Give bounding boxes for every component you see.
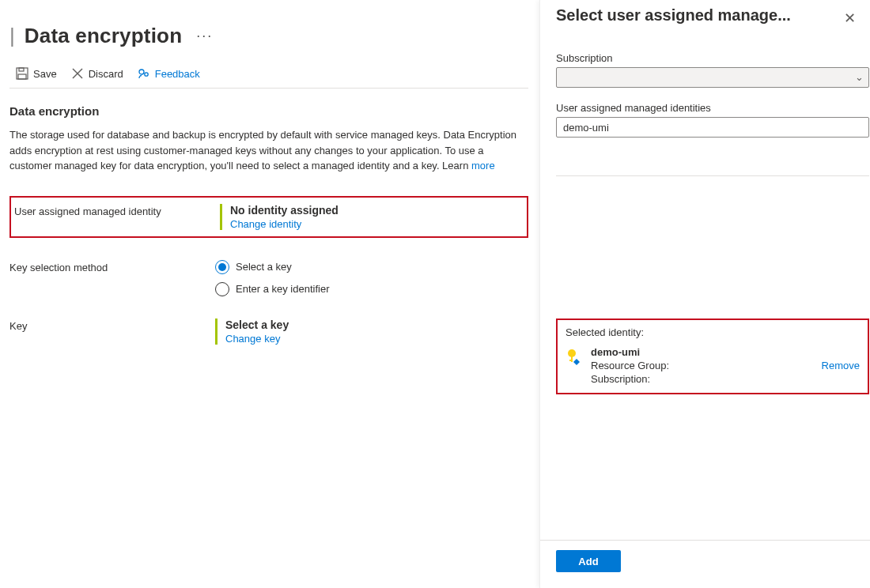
- identity-row-highlight: User assigned managed identity No identi…: [9, 196, 528, 238]
- selected-identity-item: demo-umi Resource Group: Subscription: R…: [566, 346, 860, 385]
- change-identity-link[interactable]: Change identity: [230, 218, 339, 230]
- blade-header: Select user assigned manage... ✕: [540, 0, 870, 30]
- svg-point-6: [145, 73, 148, 76]
- feedback-button[interactable]: Feedback: [138, 67, 200, 80]
- key-method-row: Key selection method Select a key Enter …: [9, 260, 528, 296]
- key-value: Select a key: [225, 318, 289, 331]
- change-key-link[interactable]: Change key: [225, 333, 289, 345]
- svg-marker-10: [573, 359, 580, 365]
- uami-input-value: demo-umi: [563, 122, 609, 134]
- radio-enter-key-identifier[interactable]: Enter a key identifier: [215, 282, 330, 296]
- selected-identity-sub: Subscription:: [591, 373, 814, 385]
- section-heading: Data encryption: [9, 104, 528, 118]
- svg-rect-1: [19, 68, 24, 71]
- feedback-button-label: Feedback: [155, 68, 200, 80]
- selected-identity-box: Selected identity: demo-umi Resource Gro…: [556, 318, 869, 394]
- radio-label: Select a key: [236, 261, 292, 273]
- subscription-label: Subscription: [556, 52, 870, 64]
- identity-value-block: No identity assigned Change identity: [220, 204, 339, 230]
- blade-body: Subscription ⌄ User assigned managed ide…: [540, 30, 870, 540]
- title-pipe: |: [9, 24, 15, 48]
- command-bar: Save Discard Feedback: [9, 62, 528, 89]
- managed-identity-icon: [566, 348, 583, 365]
- select-identity-blade: Select user assigned manage... ✕ Subscri…: [539, 0, 870, 588]
- svg-point-7: [568, 349, 576, 357]
- add-button[interactable]: Add: [556, 550, 621, 572]
- remove-identity-link[interactable]: Remove: [822, 360, 860, 371]
- selected-identity-label: Selected identity:: [566, 326, 860, 338]
- radio-icon: [215, 260, 229, 274]
- radio-label: Enter a key identifier: [236, 283, 330, 295]
- subscription-select[interactable]: ⌄: [556, 67, 869, 88]
- more-actions-icon[interactable]: ···: [191, 28, 213, 44]
- key-row: Key Select a key Change key: [9, 318, 528, 345]
- data-encryption-page: | Data encryption ··· Save Discard Feedb…: [0, 0, 538, 588]
- selected-identity-rg: Resource Group:: [591, 360, 814, 371]
- close-icon[interactable]: ✕: [844, 6, 856, 27]
- svg-rect-9: [569, 360, 573, 361]
- selected-identity-name: demo-umi: [591, 346, 814, 358]
- identity-value: No identity assigned: [230, 204, 339, 217]
- radio-select-a-key[interactable]: Select a key: [215, 260, 330, 274]
- uami-input[interactable]: demo-umi: [556, 117, 869, 138]
- key-method-radio-group: Select a key Enter a key identifier: [215, 260, 330, 296]
- save-button-label: Save: [33, 68, 57, 80]
- divider: [556, 175, 869, 176]
- key-label: Key: [9, 318, 215, 332]
- blade-footer: Add: [540, 540, 870, 588]
- identity-row: User assigned managed identity No identi…: [14, 204, 522, 230]
- discard-button-label: Discard: [89, 68, 123, 80]
- blade-title: Select user assigned manage...: [556, 6, 791, 24]
- chevron-down-icon: ⌄: [855, 71, 864, 83]
- save-icon: [16, 67, 28, 80]
- identity-label: User assigned managed identity: [14, 204, 220, 217]
- svg-point-5: [139, 70, 144, 74]
- discard-icon: [71, 67, 84, 80]
- svg-rect-2: [18, 74, 26, 79]
- page-title-row: | Data encryption ···: [9, 9, 528, 62]
- save-button[interactable]: Save: [16, 67, 57, 80]
- selected-identity-info: demo-umi Resource Group: Subscription:: [591, 346, 814, 385]
- discard-button[interactable]: Discard: [71, 67, 123, 80]
- page-title: Data encryption: [25, 24, 183, 48]
- key-method-label: Key selection method: [9, 260, 215, 273]
- radio-icon: [215, 282, 229, 296]
- uami-label: User assigned managed identities: [556, 102, 870, 114]
- key-value-block: Select a key Change key: [215, 318, 289, 345]
- learn-more-link[interactable]: more: [471, 160, 495, 172]
- section-description: The storage used for database and backup…: [9, 127, 528, 174]
- feedback-icon: [138, 67, 150, 80]
